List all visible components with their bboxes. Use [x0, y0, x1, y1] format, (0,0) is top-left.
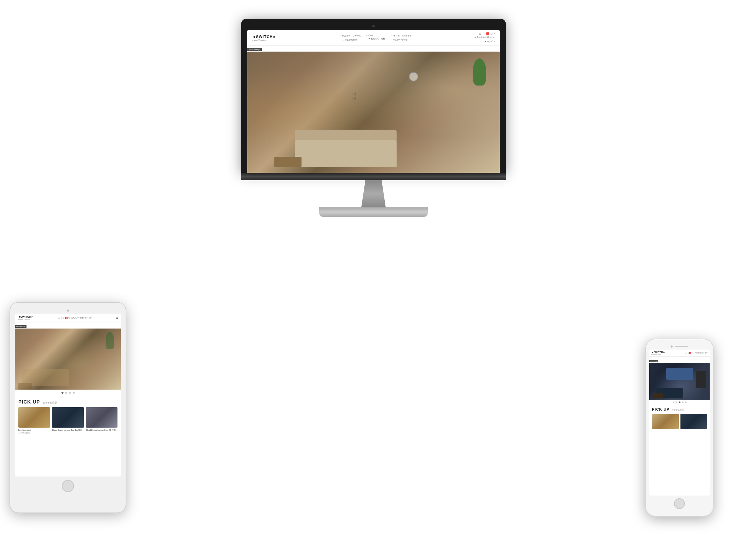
- tablet-pickup-section: PICK UP おすすめ商品 Frien' zoo stool 27,000円(…: [15, 396, 121, 437]
- desktop-logo: ◄SWITCH►: [252, 35, 277, 39]
- phone-frame: ◄SWITCH► original furniture △ ♡ 0 ♡ → 取り…: [646, 339, 713, 516]
- tablet-frame: ◄SWITCH► original furniture △ ♡ ☆ 0 ◻ お気…: [10, 303, 126, 512]
- tablet-pickup-item-3[interactable]: Cloud Chaise Longue Sofa 2.5人掛け: [86, 407, 117, 434]
- nav-fabric-link[interactable]: → 取り生地が選べます: [474, 36, 495, 39]
- tablet-pickup-title: PICK UP: [18, 399, 40, 405]
- phone-pickup-title: PICK UP: [652, 407, 670, 411]
- tablet-pickup-item-2[interactable]: Cloud Chaise Longue Sofa 3人掛け: [52, 407, 84, 434]
- tablet-pickup-grid: Frien' zoo stool 27,000円(税別) Cloud Chais…: [18, 407, 117, 434]
- table-shape: [274, 157, 302, 167]
- phone-online-badge: online shop: [649, 360, 658, 362]
- monitor-stand-neck: [353, 180, 394, 207]
- tablet-carousel-dots: [15, 390, 121, 396]
- nav-col-3: → オフィシャルサイト → ✉ お問い合わせ: [390, 34, 412, 41]
- phone-pickup-subtitle: おすすめ商品: [672, 409, 684, 412]
- phone-camera: [671, 346, 673, 348]
- monitor-base: [319, 207, 428, 217]
- nav-login[interactable]: ▲ ログイン: [484, 40, 495, 43]
- phone-carousel-dots: [649, 400, 710, 405]
- phone-pickup-item-2[interactable]: [680, 414, 707, 430]
- tablet-dot-4[interactable]: [73, 392, 75, 394]
- phone-blue-sofa: [666, 368, 693, 380]
- desktop-nav-right: △ ♡ 0 ◻ f → 取り生地が選べます ▲ ログイン: [474, 32, 495, 43]
- hero-furniture: [268, 99, 500, 167]
- scene: ◄SWITCH► original furniture → 商品カテゴリー一覧 …: [0, 0, 747, 560]
- tablet-pickup-name-3: Cloud Chaise Longue Sofa 2.5人掛け: [86, 429, 117, 431]
- nav-icon-instagram: ◻: [491, 32, 493, 35]
- nav-icon-user: △: [479, 32, 481, 35]
- sign-decoration: 5353: [352, 92, 356, 100]
- desktop-hero: 5353: [247, 52, 500, 173]
- nav-link-3[interactable]: → Q&A: [366, 34, 385, 36]
- tablet-pickup-header: PICK UP おすすめ商品: [18, 399, 117, 405]
- phone-dot-2[interactable]: [676, 402, 677, 403]
- nav-icons: △ ♡ 0 ◻ f: [479, 32, 495, 35]
- phone-table: [653, 393, 663, 398]
- tablet-pickup-img-2: [52, 407, 84, 428]
- phone-hero: [649, 363, 710, 400]
- phone-nav: ◄SWITCH► original furniture △ ♡ 0 ♡ → 取り…: [649, 350, 710, 357]
- nav-link-1[interactable]: → 商品カテゴリー一覧: [340, 34, 361, 37]
- tablet-nav-right: △ ♡ ☆ 0 ◻ お気に入り生地が選べます: [58, 317, 91, 319]
- phone-pickup-img-2: [680, 414, 707, 429]
- phone-speaker: [675, 346, 688, 347]
- tablet-table-silhouette: [18, 383, 32, 390]
- tablet-online-badge: online shop: [15, 325, 26, 328]
- phone-device: ◄SWITCH► original furniture △ ♡ 0 ♡ → 取り…: [646, 339, 713, 516]
- phone-dot-3[interactable]: [679, 402, 680, 403]
- tablet-nav: ◄SWITCH► original furniture △ ♡ ☆ 0 ◻ お気…: [15, 314, 121, 322]
- tablet-fabric-text[interactable]: お気に入り生地が選べます: [71, 317, 92, 319]
- phone-fabric-text[interactable]: → 取り生地が選べます: [694, 352, 708, 354]
- nav-col-2: → Q&A → ✦ 配送方法・送料: [366, 34, 385, 41]
- phone-icons: △ ♡ 0 ♡: [686, 352, 692, 354]
- desktop-nav-links: → 商品カテゴリー一覧 → ▲ 新規会員登録 → Q&A → ✦ 配送方法・送料…: [340, 34, 412, 41]
- phone-pickup-img-1: [652, 414, 679, 429]
- tablet-dot-3[interactable]: [69, 392, 71, 394]
- phone-dot-5[interactable]: [685, 402, 687, 403]
- monitor-stand-top: [241, 173, 506, 180]
- nav-link-6[interactable]: → ✉ お問い合わせ: [390, 38, 412, 41]
- tablet-pickup-item-1[interactable]: Frien' zoo stool 27,000円(税別): [18, 407, 50, 434]
- tablet-nav-icons: △ ♡ ☆ 0 ◻: [58, 317, 70, 319]
- tablet-logo-area: ◄SWITCH► original furniture: [18, 315, 34, 320]
- phone-nav-right: △ ♡ 0 ♡ → 取り生地が選べます: [686, 352, 708, 354]
- tablet-tagline: original furniture: [18, 318, 34, 320]
- phone-pickup-header: PICK UP おすすめ商品: [652, 407, 707, 412]
- phone-tagline: original furniture: [651, 353, 665, 355]
- monitor-camera-dot: [372, 25, 375, 27]
- plant-shape: [473, 58, 486, 86]
- phone-pickup-grid: [652, 414, 707, 430]
- phone-dot-4[interactable]: [682, 402, 684, 403]
- nav-link-4[interactable]: → ✦ 配送方法・送料: [366, 37, 385, 40]
- tablet-dot-1[interactable]: [61, 392, 63, 394]
- desktop-logo-area: ◄SWITCH► original furniture: [252, 35, 277, 41]
- phone-logo: ◄SWITCH►: [651, 351, 665, 353]
- tablet-pickup-price-1: 27,000円(税別): [18, 432, 50, 434]
- phone-screen: ◄SWITCH► original furniture △ ♡ 0 ♡ → 取り…: [649, 350, 710, 496]
- phone-logo-area: ◄SWITCH► original furniture: [651, 351, 665, 355]
- tablet-home-button[interactable]: [62, 480, 74, 492]
- tablet-dot-2[interactable]: [65, 392, 67, 394]
- tablet-device: ◄SWITCH► original furniture △ ♡ ☆ 0 ◻ お気…: [10, 303, 126, 512]
- phone-home-button[interactable]: [674, 498, 685, 509]
- tablet-pickup-subtitle: おすすめ商品: [43, 401, 57, 405]
- tablet-hamburger-icon[interactable]: ≡: [116, 316, 118, 320]
- tablet-logo: ◄SWITCH►: [18, 315, 34, 318]
- tablet-pickup-name-1: Frien' zoo stool: [18, 429, 50, 431]
- phone-dot-1[interactable]: [673, 402, 674, 403]
- tablet-camera: [67, 310, 69, 312]
- tablet-pickup-img-1: [18, 407, 50, 428]
- monitor-frame: ◄SWITCH► original furniture → 商品カテゴリー一覧 …: [241, 19, 506, 173]
- tablet-plant-silhouette: [106, 332, 114, 349]
- nav-link-5[interactable]: → オフィシャルサイト: [390, 34, 412, 37]
- nav-link-2[interactable]: → ▲ 新規会員登録: [340, 38, 361, 41]
- desktop-tagline: original furniture: [252, 39, 277, 41]
- nav-col-1: → 商品カテゴリー一覧 → ▲ 新規会員登録: [340, 34, 361, 41]
- clock-decoration: [409, 72, 418, 81]
- desktop-nav: ◄SWITCH► original furniture → 商品カテゴリー一覧 …: [247, 30, 500, 45]
- phone-pickup-section: PICK UP おすすめ商品: [649, 405, 710, 433]
- tablet-pickup-name-2: Cloud Chaise Longue Sofa 3人掛け: [52, 429, 84, 431]
- nav-icon-facebook: f: [494, 32, 495, 35]
- phone-pickup-item-1[interactable]: [652, 414, 679, 430]
- nav-icon-heart: ♡: [482, 32, 485, 35]
